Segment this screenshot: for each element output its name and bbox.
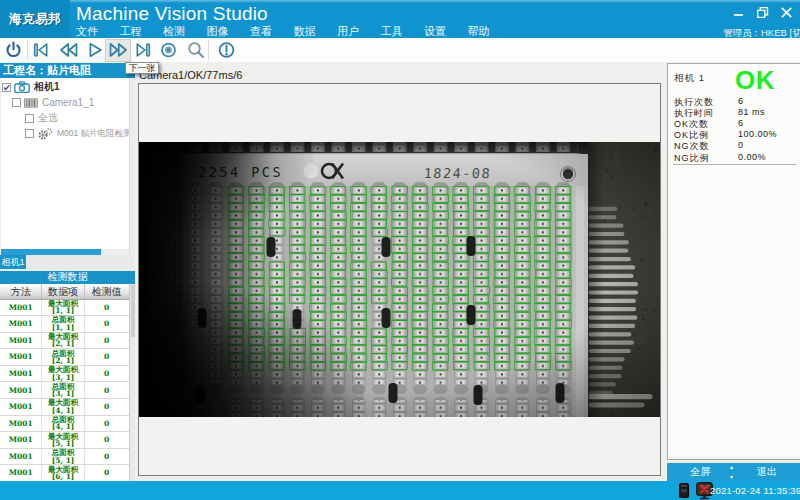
menu-item-工具[interactable]: 工具 (381, 25, 403, 38)
cell-value: 0 (85, 382, 129, 398)
inspection-photo[interactable]: 2254 PCS1824-08 (139, 142, 660, 417)
cell-method: M001 (0, 399, 42, 415)
table-row[interactable]: M001总面积[3, 1]0 (0, 382, 129, 399)
table-row[interactable]: M001最大面积[1, 1]0 (0, 300, 129, 317)
cell-data-item: 总面积[2, 1] (42, 349, 85, 365)
stat-row: OK次数6 (674, 118, 798, 129)
cell-data-item: 最大面积[3, 1] (42, 366, 85, 382)
cell-value: 0 (85, 316, 129, 332)
skip-to-start-icon[interactable] (31, 40, 50, 60)
gears-icon (37, 128, 53, 140)
cell-value: 0 (85, 465, 129, 480)
close-icon (780, 6, 793, 19)
next-image-tooltip: 下一张 (125, 62, 159, 74)
footer-button-bar: 全屏 退出 ▴ ▾ (667, 463, 800, 481)
splitter-arrow-down-icon[interactable]: ▾ (730, 474, 733, 480)
info-icon[interactable] (217, 40, 236, 60)
table-row[interactable]: M001最大面积[5, 1]0 (0, 432, 129, 449)
table-row[interactable]: M001总面积[2, 1]0 (0, 349, 129, 366)
cell-method: M001 (0, 465, 42, 480)
toolbar-separator (208, 40, 209, 60)
column-header[interactable]: 方法 (0, 284, 42, 299)
window-controls (728, 0, 800, 24)
table-vertical-scrollbar[interactable] (129, 284, 136, 481)
menu-item-设置[interactable]: 设置 (424, 25, 446, 38)
stat-value: 100.00% (738, 129, 777, 139)
cell-method: M001 (0, 382, 42, 398)
window-title: Machine Vision Studio (76, 2, 268, 26)
cell-data-item: 最大面积[6, 1] (42, 465, 85, 480)
menu-item-图像[interactable]: 图像 (207, 25, 229, 38)
table-row[interactable]: M001总面积[4, 1]0 (0, 416, 129, 433)
app-logo: 海克易邦 (0, 0, 70, 38)
cell-data-item: 最大面积[1, 1] (42, 300, 85, 316)
table-row[interactable]: M001总面积[1, 1]0 (0, 316, 129, 333)
cell-method: M001 (0, 449, 42, 465)
menu-item-工程[interactable]: 工程 (120, 25, 142, 38)
cell-data-item: 总面积[3, 1] (42, 382, 85, 398)
cell-method: M001 (0, 349, 42, 365)
menu-item-数据[interactable]: 数据 (294, 25, 316, 38)
table-row[interactable]: M001最大面积[6, 1]0 (0, 465, 129, 480)
computer-tower-icon (679, 483, 689, 498)
tab-camera1[interactable]: 相机1 (0, 255, 26, 269)
cell-data-item: 最大面积[5, 1] (42, 432, 85, 448)
cell-method: M001 (0, 333, 42, 349)
menu-item-用户[interactable]: 用户 (337, 25, 359, 38)
checkbox-checked-icon[interactable] (2, 83, 11, 92)
skip-to-end-icon[interactable] (134, 40, 153, 60)
table-row[interactable]: M001最大面积[3, 1]0 (0, 366, 129, 383)
zoom-icon[interactable] (186, 40, 206, 60)
table-scrollbar-thumb[interactable] (131, 285, 136, 337)
cell-value: 0 (85, 416, 129, 432)
menu-item-查看[interactable]: 查看 (250, 25, 272, 38)
record-icon[interactable] (159, 40, 178, 60)
checkbox-icon[interactable] (25, 129, 34, 138)
tree-node-3[interactable]: 全选 (25, 111, 58, 125)
tree-node-label: Camera1_1 (42, 97, 94, 108)
column-header[interactable]: 检测值 (85, 284, 129, 299)
fast-forward-icon[interactable] (108, 40, 129, 60)
table-row[interactable]: M001最大面积[4, 1]0 (0, 399, 129, 416)
stats-camera-label: 相机 1 (674, 72, 705, 85)
tree-node-1[interactable]: 相机1 (2, 80, 60, 94)
detection-data-table: M001最大面积[1, 1]0M001总面积[1, 1]0M001最大面积[2,… (0, 300, 129, 481)
cell-method: M001 (0, 366, 42, 382)
tree-node-2[interactable]: Camera1_1 (12, 96, 94, 110)
menu-item-检测[interactable]: 检测 (163, 25, 185, 38)
minimize-button[interactable] (728, 2, 749, 22)
camera-tab-strip: 相机1 (0, 255, 135, 269)
stat-value: 0 (738, 140, 744, 150)
cell-data-item: 总面积[4, 1] (42, 416, 85, 432)
cell-value: 0 (85, 432, 129, 448)
tree-node-label: 全选 (38, 111, 58, 125)
splitter-arrow-up-icon[interactable]: ▴ (730, 464, 733, 470)
column-header[interactable]: 数据项 (42, 284, 85, 299)
fullscreen-button[interactable]: 全屏 (667, 463, 734, 481)
checkbox-icon[interactable] (12, 98, 21, 107)
stat-row: 执行次数6 (674, 96, 798, 107)
image-viewer[interactable]: 2254 PCS1824-08 (138, 83, 661, 476)
admin-label: 管理员：HKEB (723, 27, 787, 38)
menu-item-文件[interactable]: 文件 (76, 25, 98, 38)
table-row[interactable]: M001最大面积[2, 1]0 (0, 333, 129, 350)
play-icon[interactable] (85, 40, 104, 60)
status-bar: 2021-02-24 11:35:39 (0, 481, 800, 500)
table-row[interactable]: M001总面积[5, 1]0 (0, 449, 129, 466)
power-icon[interactable] (4, 40, 23, 60)
rewind-icon[interactable] (58, 40, 79, 60)
checkbox-icon[interactable] (25, 114, 34, 123)
close-button[interactable] (776, 2, 797, 22)
result-badge: OK (735, 65, 775, 96)
film-icon (24, 98, 38, 108)
cell-value: 0 (85, 449, 129, 465)
switch-user-link[interactable]: [切换用户] (790, 27, 800, 38)
project-name-header: 工程名：贴片电阻 (0, 63, 135, 78)
tree-vertical-scrollbar[interactable] (129, 78, 135, 255)
restore-icon (756, 6, 769, 19)
menu-item-帮助[interactable]: 帮助 (468, 25, 490, 38)
exit-button[interactable]: 退出 (734, 463, 800, 481)
camera-icon (14, 81, 30, 93)
restore-button[interactable] (752, 2, 773, 22)
tree-node-4[interactable]: M001 贴片电阻检测 (25, 127, 132, 141)
